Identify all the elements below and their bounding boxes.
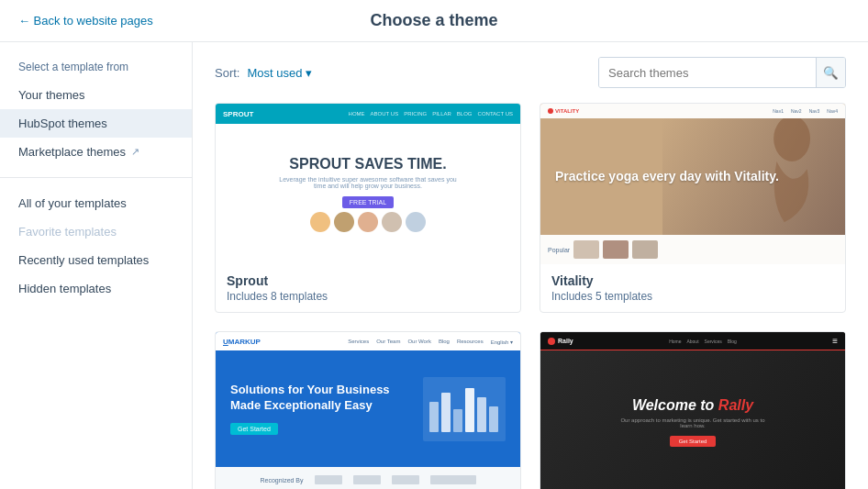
theme-preview-martech: UMARKUP Services Our Team Our Work Blog … bbox=[216, 332, 520, 489]
vitality-headline: Practice yoga every day with Vitality. bbox=[555, 168, 779, 184]
sidebar-item-label: Favorite templates bbox=[18, 225, 117, 239]
sprout-body: SPROUT SAVES TIME. Leverage the intuitiv… bbox=[216, 124, 520, 264]
vitality-popular-label: Popular bbox=[548, 247, 570, 253]
sidebar-item-label: All of your templates bbox=[18, 196, 127, 210]
svg-rect-3 bbox=[453, 409, 462, 432]
martech-footer-logo-1 bbox=[315, 475, 342, 484]
rally-nav: Rally Home About Services Blog ≡ bbox=[540, 332, 845, 350]
vitality-hero: Practice yoga every day with Vitality. bbox=[540, 118, 845, 235]
rally-brand-name: Rally bbox=[718, 397, 753, 413]
search-input[interactable] bbox=[599, 58, 816, 87]
rally-logo-icon bbox=[548, 338, 555, 345]
theme-card-martech[interactable]: UMARKUP Services Our Team Our Work Blog … bbox=[215, 331, 521, 489]
sprout-nav-items: HOME ABOUT US PRICING PILLAR BLOG CONTAC… bbox=[349, 111, 513, 117]
sidebar-section-label: Select a template from bbox=[0, 61, 192, 81]
search-box: 🔍 bbox=[598, 57, 846, 88]
rally-hero: Welcome to Rally Our approach to marketi… bbox=[540, 350, 845, 489]
sprout-name: Sprout bbox=[227, 273, 509, 288]
main-content: Sort: Most used ▾ 🔍 SPROU bbox=[193, 42, 868, 489]
rally-nav-items: Home About Services Blog bbox=[669, 339, 737, 344]
martech-nav: UMARKUP Services Our Team Our Work Blog … bbox=[216, 332, 520, 350]
svg-rect-2 bbox=[441, 393, 451, 432]
martech-text: Solutions for Your Business Made Excepti… bbox=[230, 383, 412, 435]
search-button[interactable]: 🔍 bbox=[816, 58, 845, 87]
theme-preview-rally: Rally Home About Services Blog ≡ Welc bbox=[540, 332, 845, 489]
back-link[interactable]: ← Back to website pages bbox=[18, 14, 153, 28]
sprout-count: Includes 8 templates bbox=[227, 290, 509, 303]
martech-footer-logo-4 bbox=[430, 475, 476, 484]
sprout-logo: SPROUT bbox=[223, 110, 253, 118]
sidebar: Select a template from Your themes HubSp… bbox=[0, 42, 193, 489]
rally-cta: Get Started bbox=[670, 436, 717, 447]
search-icon: 🔍 bbox=[823, 66, 839, 80]
martech-hero: Solutions for Your Business Made Excepti… bbox=[216, 350, 520, 467]
theme-preview-vitality: VITALITY Nav1 Nav2 Nav3 Nav4 bbox=[540, 104, 845, 264]
sidebar-item-label: Hidden templates bbox=[18, 282, 111, 295]
sidebar-item-your-themes[interactable]: Your themes bbox=[0, 81, 192, 109]
vitality-name: Vitality bbox=[551, 273, 834, 288]
sort-select[interactable]: Most used ▾ bbox=[247, 66, 312, 80]
svg-rect-6 bbox=[489, 406, 498, 432]
svg-rect-1 bbox=[429, 402, 439, 432]
theme-card-rally[interactable]: Rally Home About Services Blog ≡ Welc bbox=[540, 331, 846, 489]
sort-value: Most used bbox=[247, 66, 302, 80]
vitality-info: Vitality Includes 5 templates bbox=[540, 264, 845, 312]
rally-sub: Our approach to marketing is unique. Get… bbox=[619, 417, 766, 428]
vitality-logo-text: VITALITY bbox=[555, 108, 579, 114]
rally-menu-icon: ≡ bbox=[832, 336, 838, 346]
external-link-icon: ↗ bbox=[131, 146, 139, 158]
martech-footer: Recognized By bbox=[216, 467, 520, 489]
rally-headline: Welcome to Rally bbox=[632, 397, 753, 414]
rally-logo: Rally bbox=[548, 338, 573, 345]
martech-headline: Solutions for Your Business Made Excepti… bbox=[230, 383, 412, 414]
sidebar-item-favorite-templates: Favorite templates bbox=[0, 217, 192, 246]
svg-rect-4 bbox=[465, 388, 474, 432]
vitality-thumb-1 bbox=[573, 240, 599, 259]
sprout-people bbox=[310, 212, 426, 232]
sidebar-item-all-templates[interactable]: All of your templates bbox=[0, 189, 192, 217]
sprout-sub: Leverage the intuitive super awesome sof… bbox=[276, 176, 460, 189]
vitality-dot bbox=[548, 108, 553, 114]
sidebar-item-label: HubSpot themes bbox=[18, 117, 107, 130]
person-5 bbox=[406, 212, 426, 232]
sidebar-item-marketplace-themes[interactable]: Marketplace themes ↗ bbox=[0, 138, 192, 166]
sidebar-item-hubspot-themes[interactable]: HubSpot themes bbox=[0, 109, 192, 138]
page-header: ← Back to website pages Choose a theme bbox=[0, 0, 868, 42]
theme-card-sprout[interactable]: SPROUT HOME ABOUT US PRICING PILLAR BLOG… bbox=[215, 103, 521, 313]
sidebar-divider bbox=[0, 177, 192, 178]
person-3 bbox=[358, 212, 378, 232]
martech-logo: UMARKUP bbox=[223, 338, 261, 346]
sort-arrow-icon: ▾ bbox=[306, 66, 312, 80]
person-1 bbox=[310, 212, 330, 232]
sidebar-item-label: Your themes bbox=[18, 88, 85, 102]
vitality-nav: VITALITY Nav1 Nav2 Nav3 Nav4 bbox=[540, 104, 845, 118]
theme-grid: SPROUT HOME ABOUT US PRICING PILLAR BLOG… bbox=[215, 103, 846, 489]
sprout-headline: SPROUT SAVES TIME. bbox=[289, 156, 446, 172]
vitality-thumbnails: Popular bbox=[540, 235, 845, 264]
vitality-logo: VITALITY bbox=[548, 108, 579, 114]
person-2 bbox=[334, 212, 354, 232]
page-title: Choose a theme bbox=[370, 11, 497, 30]
sprout-nav: SPROUT HOME ABOUT US PRICING PILLAR BLOG… bbox=[216, 104, 520, 124]
sidebar-item-label: Marketplace themes bbox=[18, 145, 126, 159]
sidebar-item-hidden-templates[interactable]: Hidden templates bbox=[0, 274, 192, 303]
martech-chart bbox=[423, 377, 506, 441]
martech-footer-logo-2 bbox=[353, 475, 381, 484]
rally-logo-text: Rally bbox=[558, 338, 573, 344]
theme-card-vitality[interactable]: VITALITY Nav1 Nav2 Nav3 Nav4 bbox=[540, 103, 846, 313]
sort-row: Sort: Most used ▾ bbox=[215, 66, 312, 80]
sidebar-item-label: Recently used templates bbox=[18, 253, 149, 267]
svg-rect-5 bbox=[477, 397, 486, 432]
vitality-count: Includes 5 templates bbox=[551, 290, 834, 303]
vitality-thumb-2 bbox=[603, 240, 629, 259]
toolbar: Sort: Most used ▾ 🔍 bbox=[215, 57, 846, 88]
martech-nav-items: Services Our Team Our Work Blog Resource… bbox=[348, 339, 513, 345]
vitality-nav-items: Nav1 Nav2 Nav3 Nav4 bbox=[773, 108, 838, 114]
theme-preview-sprout: SPROUT HOME ABOUT US PRICING PILLAR BLOG… bbox=[216, 104, 520, 264]
sidebar-item-recently-used[interactable]: Recently used templates bbox=[0, 246, 192, 274]
sort-label: Sort: bbox=[215, 66, 239, 80]
vitality-text: Practice yoga every day with Vitality. bbox=[540, 153, 794, 199]
sprout-cta: FREE TRIAL bbox=[342, 196, 394, 208]
back-link-label: ← Back to website pages bbox=[18, 14, 153, 28]
martech-cta: Get Started bbox=[230, 423, 278, 435]
